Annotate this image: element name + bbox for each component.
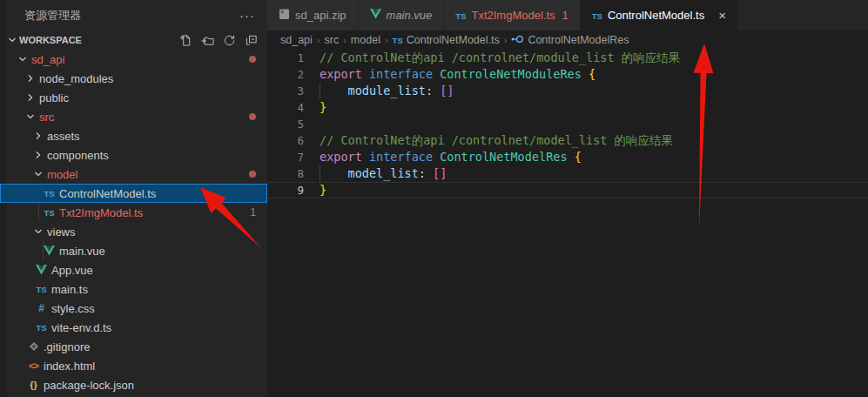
code-text: model_list: [] [320, 165, 447, 182]
tree-item-node-modules[interactable]: node_modules [0, 69, 267, 88]
explorer-header: 资源管理器 ··· [0, 0, 267, 30]
ts-icon: TS [455, 9, 466, 22]
code-line-8: 8 model_list: [] [267, 165, 868, 182]
tree-item-label: ControlNetModel.ts [59, 187, 156, 200]
tab-main-vue[interactable]: main.vue [359, 0, 444, 30]
tree-item-label: main.ts [51, 283, 88, 296]
modified-dot-badge [249, 171, 256, 178]
tab-controlnetmodel-ts[interactable]: TS ControlNetModel.ts × [581, 0, 737, 30]
breadcrumb-item-model[interactable]: model [351, 34, 380, 46]
tree-item-gitignore[interactable]: .gitignore [0, 337, 267, 356]
workspace-label: WORKSPACE [19, 35, 82, 45]
tree-item-components[interactable]: components [0, 145, 267, 165]
breadcrumb-label: sd_api [280, 34, 313, 46]
tree-item-label: Txt2ImgModel.ts [59, 206, 143, 219]
collapse-all-icon[interactable] [244, 33, 258, 47]
line-number: 7 [267, 149, 304, 165]
line-number: 1 [267, 50, 304, 66]
new-folder-icon[interactable] [200, 33, 214, 47]
code-text: export interface ControlNetModelRes { [320, 149, 582, 165]
more-actions-icon[interactable]: ··· [239, 8, 255, 23]
problem-count-badge: 1 [562, 9, 569, 22]
tree-item-label: public [39, 91, 69, 104]
code-text: } [320, 182, 326, 198]
vscode-window: 资源管理器 ··· WORKSPACE sd_api node_modules … [0, 0, 868, 397]
tree-item-public[interactable]: public [0, 88, 267, 107]
tree-item-index-html[interactable]: <> index.html [0, 356, 267, 375]
close-icon[interactable]: × [718, 9, 726, 22]
tab-txt2imgmodel-ts[interactable]: TS Txt2ImgModel.ts 1 [444, 0, 579, 30]
tree-item-label: views [47, 225, 76, 239]
tree-item-label: components [47, 149, 109, 162]
tree-item-sd-api[interactable]: sd_api [0, 50, 267, 69]
json-icon: {} [25, 380, 42, 390]
chevron-down-icon [31, 170, 45, 178]
tree-item-vite-env-d-ts[interactable]: TS vite-env.d.ts [0, 318, 267, 337]
workspace-actions [178, 33, 267, 47]
tree-item-main-vue[interactable]: main.vue [0, 241, 267, 260]
tree-item-assets[interactable]: assets [0, 126, 267, 145]
modified-dot-badge [249, 56, 256, 63]
tree-item-label: sd_api [31, 53, 64, 66]
tree-item-views[interactable]: views [0, 222, 267, 241]
chevron-right-icon [24, 93, 37, 102]
breadcrumb-label: ControlNetModelRes [528, 34, 629, 46]
tab-label: sd_api.zip [295, 9, 347, 22]
tree-item-label: model [47, 168, 77, 181]
breadcrumb-item-sd-api[interactable]: sd_api [280, 34, 313, 46]
code-line-2: 2export interface ControleNetModuleRes { [267, 66, 868, 83]
breadcrumb-label: model [351, 34, 380, 46]
breadcrumb-separator: › [385, 35, 388, 45]
code-text: export interface ControleNetModuleRes { [320, 66, 595, 83]
tree-item-model[interactable]: model [0, 165, 267, 184]
code-editor[interactable]: 1// ControlNet的api /controlnet/module_li… [267, 50, 868, 397]
code-line-7: 7export interface ControlNetModelRes { [267, 149, 868, 165]
tree-item-app-vue[interactable]: App.vue [0, 260, 267, 279]
tree-item-controlnetmodel-ts[interactable]: TS ControlNetModel.ts [0, 184, 267, 203]
tree-item-package-lock-json[interactable]: {} package-lock.json [0, 375, 267, 394]
workspace-section-header[interactable]: WORKSPACE [0, 30, 267, 50]
breadcrumb-item-controlnetmodelres[interactable]: ControlNetModelRes [511, 34, 629, 47]
refresh-icon[interactable] [222, 33, 236, 47]
line-number: 8 [267, 165, 304, 182]
tree-item-label: App.vue [51, 264, 93, 277]
vue-icon [41, 246, 57, 256]
chevron-right-icon [31, 131, 45, 140]
new-file-icon[interactable] [178, 33, 192, 47]
breadcrumb-separator: › [343, 35, 347, 45]
file-icon [279, 8, 290, 23]
tree-item-label: .gitignore [44, 340, 90, 353]
breadcrumb-item-src[interactable]: src [325, 34, 340, 46]
tree-item-txt2imgmodel-ts[interactable]: TS Txt2ImgModel.ts 1 [0, 203, 267, 222]
chevron-down-icon [8, 36, 17, 44]
code-line-9: 9} [267, 182, 868, 198]
tree-item-style-css[interactable]: # style.css [0, 299, 267, 318]
tree-item-main-ts[interactable]: TS main.ts [0, 279, 267, 299]
interface-icon [511, 34, 524, 47]
vue-icon [370, 9, 381, 22]
breadcrumb-item-controlnetmodel-ts[interactable]: TSControlNetModel.ts [393, 34, 500, 46]
code-text: // ControlNet的api /controlnet/model_list… [320, 132, 673, 149]
ts-icon: TS [393, 34, 403, 46]
tree-item-src[interactable]: src [0, 107, 267, 126]
modified-dot-badge [249, 113, 256, 120]
editor-area: sd_api.zip main.vue TS Txt2ImgModel.ts 1… [267, 0, 868, 397]
code-line-4: 4} [267, 99, 868, 116]
ts-icon: TS [41, 208, 57, 218]
tab-sd-api-zip[interactable]: sd_api.zip [267, 0, 358, 30]
chevron-right-icon [24, 74, 37, 83]
problem-count-badge: 1 [250, 206, 256, 219]
git-icon [25, 341, 42, 352]
tree-item-label: index.html [44, 360, 95, 373]
tree-item-label: src [39, 111, 54, 124]
chevron-down-icon [31, 227, 45, 236]
file-tree: sd_api node_modules public src assets co… [0, 50, 267, 397]
tab-label: Txt2ImgModel.ts [471, 9, 555, 22]
tree-item-label: vite-env.d.ts [51, 321, 111, 334]
breadcrumb-separator: › [504, 35, 508, 45]
chevron-down-icon [16, 55, 30, 64]
ts-icon: TS [41, 189, 57, 198]
line-number: 6 [267, 132, 304, 149]
breadcrumb-separator: › [317, 35, 320, 45]
tree-item-label: node_modules [39, 72, 113, 85]
